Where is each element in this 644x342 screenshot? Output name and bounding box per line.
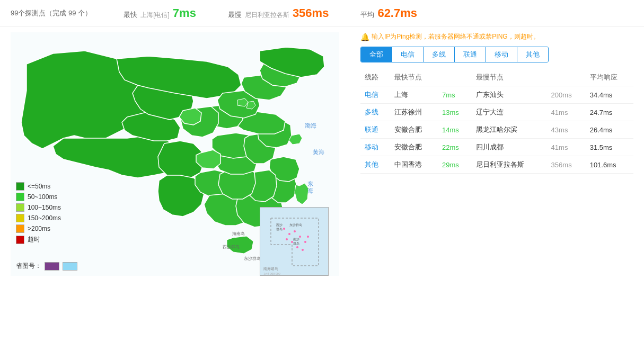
cell-avg: 24.7ms bbox=[586, 104, 633, 121]
result-table: 线路 最快节点 最慢节点 平均响应 电信 上海 7ms 广东汕头 200ms 3… bbox=[360, 69, 633, 174]
svg-text:南海诸岛: 南海诸岛 bbox=[263, 267, 278, 271]
svg-text:海: 海 bbox=[307, 187, 313, 194]
cell-slow-ms: 200ms bbox=[547, 86, 586, 104]
svg-text:群岛: 群岛 bbox=[293, 242, 299, 245]
svg-text:东: 东 bbox=[307, 181, 313, 187]
svg-point-17 bbox=[302, 249, 304, 251]
svg-text:西沙: 西沙 bbox=[276, 223, 283, 227]
cell-slow-node: 辽宁大连 bbox=[472, 104, 547, 121]
cell-fast-node: 上海 bbox=[390, 86, 438, 104]
svg-text:黄海: 黄海 bbox=[313, 149, 324, 155]
cell-fast-ms: 14ms bbox=[438, 121, 471, 139]
table-row: 多线 江苏徐州 13ms 辽宁大连 41ms 24.7ms bbox=[360, 104, 633, 121]
speaker-icon: 🔔 bbox=[360, 33, 369, 41]
cell-fast-ms: 22ms bbox=[438, 139, 471, 156]
col-fast-node: 最快节点 bbox=[390, 69, 438, 86]
cell-slow-ms: 41ms bbox=[547, 104, 586, 121]
tab-telecom[interactable]: 电信 bbox=[392, 47, 424, 62]
cell-fast-node: 安徽合肥 bbox=[390, 121, 438, 139]
table-row: 电信 上海 7ms 广东汕头 200ms 34.4ms bbox=[360, 86, 633, 104]
cell-avg: 26.4ms bbox=[586, 121, 633, 139]
map-section: 渤海 黄海 东 海 海南岛 东沙群岛 西沙群岛 <=50ms bbox=[11, 32, 350, 276]
avg-stat: 平均 62.7ms bbox=[360, 6, 417, 20]
table-row: 其他 中国香港 29ms 尼日利亚拉各斯 356ms 101.6ms bbox=[360, 156, 633, 174]
svg-text:群岛: 群岛 bbox=[276, 228, 283, 231]
svg-text:渤海: 渤海 bbox=[305, 122, 316, 129]
svg-text:西沙群岛: 西沙群岛 bbox=[223, 245, 240, 249]
fastest-stat: 最快 上海[电信] 7ms bbox=[123, 6, 196, 20]
cell-fast-ms: 29ms bbox=[438, 156, 471, 174]
svg-point-11 bbox=[283, 228, 285, 230]
svg-text:东沙群岛: 东沙群岛 bbox=[244, 256, 261, 261]
svg-point-13 bbox=[294, 230, 296, 232]
cell-avg: 34.4ms bbox=[586, 86, 633, 104]
cell-slow-ms: 41ms bbox=[547, 139, 586, 156]
cell-slow-ms: 43ms bbox=[547, 121, 586, 139]
cell-slow-node: 黑龙江哈尔滨 bbox=[472, 121, 547, 139]
svg-point-19 bbox=[304, 241, 306, 243]
svg-point-18 bbox=[286, 238, 288, 240]
cell-avg: 31.5ms bbox=[586, 139, 633, 156]
probe-count: 99个探测点（完成 99 个） bbox=[11, 8, 92, 18]
cell-fast-ms: 13ms bbox=[438, 104, 471, 121]
cell-fast-node: 江苏徐州 bbox=[390, 104, 438, 121]
col-fast-ms bbox=[438, 69, 471, 86]
col-slow-node: 最慢节点 bbox=[472, 69, 547, 86]
cell-line: 移动 bbox=[360, 139, 390, 156]
table-row: 移动 安徽合肥 22ms 四川成都 41ms 31.5ms bbox=[360, 139, 633, 156]
cell-fast-ms: 7ms bbox=[438, 86, 471, 104]
slowest-stat: 最慢 尼日利亚拉各斯 356ms bbox=[228, 6, 329, 20]
cell-slow-node: 四川成都 bbox=[472, 139, 547, 156]
cell-fast-node: 中国香港 bbox=[390, 156, 438, 174]
cell-slow-node: 广东汕头 bbox=[472, 86, 547, 104]
tab-all[interactable]: 全部 bbox=[361, 47, 392, 62]
svg-text:海南岛: 海南岛 bbox=[232, 231, 245, 236]
table-row: 联通 安徽合肥 14ms 黑龙江哈尔滨 43ms 26.4ms bbox=[360, 121, 633, 139]
tab-multiline[interactable]: 多线 bbox=[424, 47, 455, 62]
cell-slow-node: 尼日利亚拉各斯 bbox=[472, 156, 547, 174]
tab-unicom[interactable]: 联通 bbox=[455, 47, 486, 62]
legend-row-label: 省图号： bbox=[16, 262, 41, 271]
cell-line: 其他 bbox=[360, 156, 390, 174]
cell-slow-ms: 356ms bbox=[547, 156, 586, 174]
svg-text:南沙: 南沙 bbox=[293, 238, 299, 241]
cell-fast-node: 安徽合肥 bbox=[390, 139, 438, 156]
svg-point-20 bbox=[307, 236, 309, 238]
tab-other[interactable]: 其他 bbox=[517, 47, 548, 62]
inset-map: 西沙 群岛 东沙群岛 南沙 群岛 南海诸岛 1:44 000 000 bbox=[260, 207, 329, 276]
top-bar: 99个探测点（完成 99 个） 最快 上海[电信] 7ms 最慢 尼日利亚拉各斯… bbox=[0, 0, 644, 27]
cell-avg: 101.6ms bbox=[586, 156, 633, 174]
col-line: 线路 bbox=[360, 69, 390, 86]
right-panel: 🔔 输入IP为Ping检测，若服务器网络不通或禁PING，则超时。 全部 电信 … bbox=[350, 32, 633, 276]
ping-notice: 🔔 输入IP为Ping检测，若服务器网络不通或禁PING，则超时。 bbox=[360, 32, 633, 41]
col-avg: 平均响应 bbox=[586, 69, 633, 86]
svg-point-12 bbox=[288, 233, 290, 235]
svg-text:1:44 000 000: 1:44 000 000 bbox=[263, 272, 280, 275]
map-legend: <=50ms 50~100ms 100~150ms 150~200ms >200… bbox=[16, 182, 61, 244]
tab-mobile[interactable]: 移动 bbox=[486, 47, 517, 62]
filter-tabs: 全部 电信 多线 联通 移动 其他 bbox=[360, 47, 549, 62]
svg-point-16 bbox=[296, 246, 298, 248]
svg-text:东沙群岛: 东沙群岛 bbox=[289, 223, 302, 227]
cell-line: 联通 bbox=[360, 121, 390, 139]
cell-line: 电信 bbox=[360, 86, 390, 104]
cell-line: 多线 bbox=[360, 104, 390, 121]
col-slow-ms bbox=[547, 69, 586, 86]
